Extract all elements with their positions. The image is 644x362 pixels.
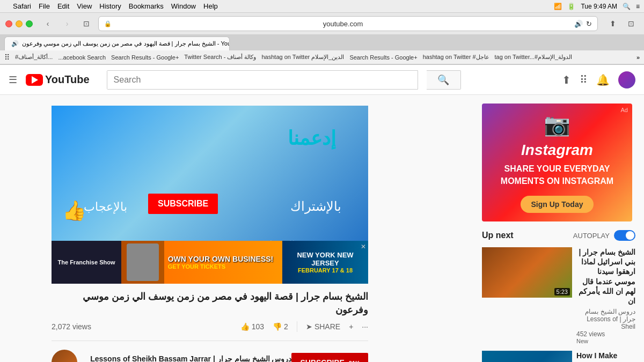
youtube-main: إدعمنا بالإشتراك SUBSCRIBE بالإعجاب 👍 ➤ … [0, 95, 644, 362]
subscribe-button[interactable]: SUBSCRIBE 21K [291, 353, 368, 362]
sidebar-card-2[interactable]: How I Make Money Online Online Business … [482, 351, 635, 362]
tab-overview-button[interactable]: ⊡ [79, 17, 94, 30]
share-icon: ➤ [306, 322, 312, 331]
share-label: SHARE [314, 322, 340, 331]
sidebar-card-title-2: How I Make Money Online [576, 351, 635, 362]
business-ad[interactable]: OWN YOUR OWN BUSINESS! GET YOUR TICKETS [121, 241, 282, 284]
hamburger-menu[interactable]: ☰ [9, 74, 17, 86]
traffic-lights [5, 20, 33, 27]
header-right: ⬆ ⠿ 🔔 [562, 71, 635, 88]
battery-icon: 🔋 [567, 3, 575, 10]
youtube-page: ☰ YouTube 🔍 ⬆ ⠿ 🔔 [0, 65, 644, 362]
speaker-icon: 🔊 [574, 20, 583, 28]
more-button[interactable]: ··· [362, 322, 368, 331]
new-tab-button[interactable]: ⊡ [624, 17, 639, 30]
ad-label: Ad [621, 107, 628, 113]
channel-row: دروس الشيخ بسام جرار | Lessons of Sheikh… [52, 341, 368, 362]
menu-view[interactable]: View [77, 2, 92, 10]
notifications-icon[interactable]: 🔔 [596, 73, 610, 86]
minimize-button[interactable] [16, 20, 23, 27]
dislike-button[interactable]: 👎 2 [273, 322, 288, 331]
sidebar-card-info-1: الشيخ بسام جرار | بني اسرائيل لماذا ارهق… [576, 247, 635, 344]
channel-name[interactable]: دروس الشيخ بسام جرار | Lessons of Sheikh… [84, 354, 291, 362]
bookmark-7[interactable]: hashtag on Twitter #عاجل [423, 54, 489, 61]
bookmark-1[interactable]: #أكالة_أصناف... [15, 54, 53, 61]
instagram-ad[interactable]: Ad 📷 Instagram SHARE YOUR EVERYDAY MOMEN… [482, 104, 632, 221]
url-bar[interactable]: 🔒 youtube.com 🔊 ↻ [98, 16, 598, 31]
video-player[interactable]: إدعمنا بالإشتراك SUBSCRIBE بالإعجاب 👍 ➤ … [52, 106, 368, 284]
bookmark-6[interactable]: Search Results - Google+ [349, 54, 417, 61]
ny-date: FEBRUARY 17 & 18 [298, 267, 353, 274]
youtube-logo[interactable]: YouTube [26, 73, 90, 86]
tab-strip: 🔊 الشيخ بسام جرار | قصة اليهود في مصر من… [0, 34, 644, 50]
bookmark-8[interactable]: tag on Twitter...#الدولة_الإسلام [495, 54, 573, 61]
bookmark-4[interactable]: Twitter Search - وكالة أصناف [184, 54, 256, 61]
channel-avatar[interactable] [52, 350, 77, 362]
ad-close-button[interactable]: ✕ [361, 243, 366, 250]
add-to-button[interactable]: + [349, 322, 353, 331]
autoplay-label: AUTOPLAY [573, 232, 610, 240]
active-tab[interactable]: 🔊 الشيخ بسام جرار | قصة اليهود في مصر من… [4, 36, 230, 50]
menu-safari[interactable]: Safari [13, 2, 31, 10]
search-button[interactable]: 🔍 [427, 70, 461, 90]
video-ad-bar: The Franchise Show OWN YOUR OWN BUSINESS… [52, 241, 368, 284]
youtube-logo-text: YouTube [45, 73, 90, 86]
thumbup-icon: 👍 [240, 322, 250, 331]
sidebar-card-badge-1: New [576, 338, 635, 344]
instagram-brand: Instagram [521, 142, 593, 159]
up-next-header: Up next AUTOPLAY [482, 230, 635, 241]
video-subscribe-button[interactable]: SUBSCRIBE [148, 194, 218, 214]
refresh-icon[interactable]: ↻ [586, 20, 592, 28]
video-subscribe-rtl: بالإشتراك [290, 199, 341, 214]
thumbup-icon: 👍 [62, 200, 86, 222]
menu-bookmarks[interactable]: Bookmarks [129, 2, 164, 10]
sidebar-card-info-2: How I Make Money Online Online Business … [576, 351, 635, 362]
thumb-image-2 [482, 351, 572, 362]
bookmarks-bar: ⠿ #أكالة_أصناف... ...acebook Search Sear… [0, 50, 644, 64]
browser-actions: ⬆ ⊡ [605, 17, 639, 30]
bookmarks-more[interactable]: » [636, 54, 640, 61]
upload-icon[interactable]: ⬆ [562, 73, 571, 86]
instagram-cta-button[interactable]: Sign Up Today [521, 196, 594, 213]
channel-info: دروس الشيخ بسام جرار | Lessons of Sheikh… [84, 354, 291, 362]
bookmark-5[interactable]: hashtag on Twitter الدين_الإسلام [262, 54, 345, 61]
wifi-icon: 📶 [554, 3, 562, 10]
video-overlay-title: إدعمنا [288, 127, 336, 150]
search-icon[interactable]: 🔍 [623, 3, 631, 10]
toggle-knob [626, 231, 634, 240]
user-avatar[interactable] [618, 71, 635, 88]
maximize-button[interactable] [26, 20, 33, 27]
list-icon[interactable]: ≡ [636, 3, 640, 10]
forward-button[interactable]: › [60, 17, 75, 30]
franchise-ad[interactable]: The Franchise Show [52, 241, 121, 284]
url-text: youtube.com [115, 20, 571, 28]
macos-menu-bar: Safari File Edit View History Bookmarks … [0, 0, 644, 13]
back-button[interactable]: ‹ [40, 17, 55, 30]
close-button[interactable] [5, 20, 12, 27]
share-button[interactable]: ⬆ [605, 17, 620, 30]
apps-icon[interactable]: ⠿ [580, 73, 588, 86]
menu-help[interactable]: Help [203, 2, 218, 10]
sidebar-card-channel-1: دروس الشيخ بسام جرار | Lessons of Sheil [576, 308, 635, 330]
video-info: الشيخ بسام جرار | قصة اليهود في مصر من ز… [52, 290, 368, 362]
video-actions: 👍 103 👎 2 ➤ SHARE + [240, 321, 368, 332]
menu-history[interactable]: History [99, 2, 121, 10]
apps-icon[interactable]: ⠿ [4, 53, 10, 62]
newyork-ad[interactable]: ✕ NEW YORK NEW JERSEY FEBRUARY 17 & 18 [282, 241, 368, 284]
share-button[interactable]: ➤ SHARE [306, 322, 340, 331]
bookmark-2[interactable]: ...acebook Search [58, 54, 106, 61]
menu-window[interactable]: Window [171, 2, 196, 10]
menu-file[interactable]: File [39, 2, 50, 10]
sidebar-card-1[interactable]: 5:23 الشيخ بسام جرار | بني اسرائيل لماذا… [482, 247, 635, 344]
search-icon: 🔍 [437, 74, 449, 86]
browser-chrome: ‹ › ⊡ 🔒 youtube.com 🔊 ↻ ⬆ ⊡ 🔊 الشيخ بسام… [0, 13, 644, 65]
sidebar-card-title-1: الشيخ بسام جرار | بني اسرائيل لماذا ارهق… [576, 247, 635, 306]
sidebar-thumb-2 [482, 351, 572, 362]
menu-edit[interactable]: Edit [57, 2, 69, 10]
franchise-title: The Franchise Show [58, 259, 115, 265]
ad-person-image [121, 241, 164, 284]
autoplay-toggle[interactable] [614, 230, 635, 241]
search-input[interactable] [107, 71, 418, 89]
like-button[interactable]: 👍 103 [240, 322, 264, 331]
bookmark-3[interactable]: Search Results - Google+ [111, 54, 179, 61]
